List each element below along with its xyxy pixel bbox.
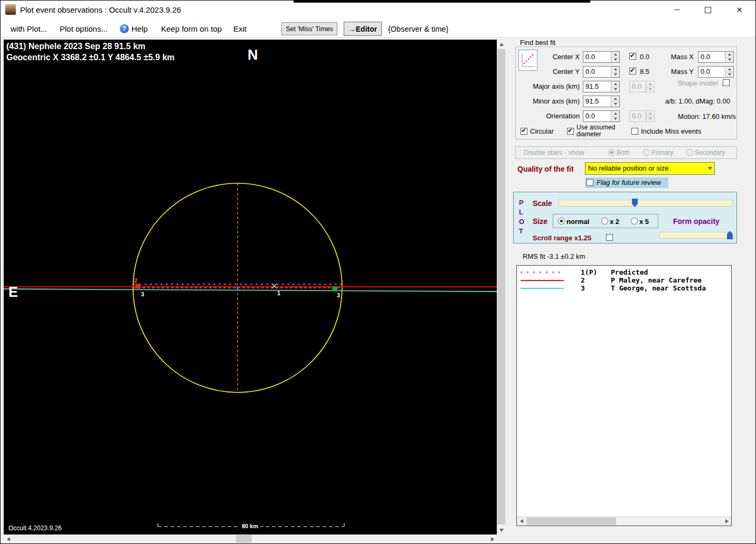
legend-sample-chord2 xyxy=(521,280,564,281)
scale-bar-label: 80 km xyxy=(240,523,260,529)
double-stars-both-radio xyxy=(608,149,615,156)
center-y-label: Center Y xyxy=(549,68,580,76)
legend-row-chord3[interactable]: 3 T George, near Scottsda xyxy=(517,284,731,292)
external-window-edge xyxy=(294,0,590,3)
fit-chart-button[interactable] xyxy=(518,50,537,71)
size-x2-radio[interactable] xyxy=(601,218,608,224)
flag-review-row: Flag for future review xyxy=(585,177,668,188)
double-stars-both-label: Both xyxy=(617,149,630,156)
legend-scroll-left-button[interactable] xyxy=(517,517,526,526)
help-icon[interactable] xyxy=(120,24,129,33)
legend-num: 1(P) xyxy=(581,268,597,276)
chord-1-label: 1 xyxy=(277,290,280,296)
minimize-button[interactable] xyxy=(661,0,693,20)
center-x-spinner[interactable]: 0.0 xyxy=(583,51,620,63)
mass-x-label: Mass X xyxy=(668,53,694,61)
menu-with-plot[interactable]: with Plot... xyxy=(11,24,47,33)
menu-plot-options[interactable]: Plot options... xyxy=(60,24,108,33)
chord-3-left-label: 3 xyxy=(141,291,144,297)
opacity-slider[interactable] xyxy=(659,232,735,239)
close-button[interactable]: ✕ xyxy=(723,0,755,20)
app-icon[interactable] xyxy=(5,4,16,15)
legend-scrollbar[interactable] xyxy=(517,517,731,526)
dropdown-arrow-icon xyxy=(708,167,712,170)
plot-vertical-scrollbar[interactable] xyxy=(497,40,506,534)
size-normal-radio[interactable] xyxy=(558,218,565,224)
size-x5-label: x 5 xyxy=(639,218,649,226)
editor-button[interactable]: →Editor xyxy=(344,22,382,36)
set-miss-times-button[interactable]: Set 'Miss' Times xyxy=(281,22,337,35)
double-stars-primary-radio xyxy=(643,149,650,156)
menu-observer-time[interactable]: {Observer & time} xyxy=(388,25,448,33)
legend-sample-chord3 xyxy=(521,288,564,289)
quality-label: Quality of the fit xyxy=(517,165,574,173)
center-y-fit-checkbox[interactable] xyxy=(629,68,636,74)
size-label: Size xyxy=(533,217,547,226)
circular-checkbox[interactable] xyxy=(521,128,527,135)
size-x5-radio[interactable] xyxy=(631,218,638,224)
mass-x-spinner[interactable]: 0.0 xyxy=(698,51,734,63)
minor-axis-spinner[interactable]: 91.5 xyxy=(583,96,620,107)
use-assumed-diameter-label: Use assumed diameter xyxy=(577,124,615,138)
legend-row-predicted[interactable]: 1(P) Predicted xyxy=(517,268,731,276)
mass-y-label: Mass Y xyxy=(668,68,694,76)
window-title: Plot event observations : Occult v.4.202… xyxy=(20,5,181,14)
plot-version-label: Occult 4.2023.9.26 xyxy=(8,524,62,532)
app-window: Plot event observations : Occult v.4.202… xyxy=(0,0,756,544)
center-x-fit-checkbox[interactable] xyxy=(629,53,636,60)
center-x-fit-value: 0.0 xyxy=(640,53,649,61)
scroll-range-checkbox[interactable] xyxy=(606,234,613,241)
vertical-scroll-thumb[interactable] xyxy=(497,49,505,524)
quality-dropdown[interactable]: No reliable position or size xyxy=(585,162,715,175)
east-label: E xyxy=(8,284,18,301)
plot-title-line2: Geocentric X 3368.2 ±0.1 Y 4864.5 ±5.9 k… xyxy=(6,53,175,62)
size-x2-label: x 2 xyxy=(610,218,619,226)
scroll-left-button[interactable] xyxy=(4,534,13,543)
legend-scroll-thumb[interactable] xyxy=(526,518,616,525)
center-y-fit-value: 8.5 xyxy=(640,68,649,76)
horizontal-scroll-thumb[interactable] xyxy=(236,535,252,543)
orientation-spinner[interactable]: 0.0 xyxy=(583,110,620,122)
center-y-spinner[interactable]: 0.0 xyxy=(583,66,620,78)
chord-3-marker[interactable] xyxy=(332,286,337,292)
chart-icon xyxy=(520,52,536,69)
menu-exit[interactable]: Exit xyxy=(233,24,247,33)
center-point xyxy=(236,286,239,289)
double-stars-primary-label: Primary xyxy=(651,149,673,156)
shape-model-checkbox[interactable] xyxy=(723,79,730,86)
scrollbar-corner xyxy=(497,534,506,543)
title-bar: Plot event observations : Occult v.4.202… xyxy=(0,0,756,20)
scroll-range-label: Scroll range x1.25 xyxy=(533,234,591,242)
legend-list: 1(P) Predicted 2 P Maley, near Carefree … xyxy=(516,265,732,526)
scale-slider[interactable] xyxy=(559,200,733,207)
orientation-fit-spinner: 0.0 xyxy=(629,110,655,122)
menu-keep-on-top[interactable]: Keep form on top xyxy=(161,24,222,33)
legend-name: T George, near Scottsda xyxy=(611,284,706,292)
legend-scroll-right-button[interactable] xyxy=(722,517,731,526)
include-miss-events-checkbox[interactable] xyxy=(631,128,638,135)
mass-y-spinner[interactable]: 0.0 xyxy=(698,66,734,78)
maximize-button[interactable] xyxy=(693,0,723,20)
legend-row-chord2[interactable]: 2 P Maley, near Carefree xyxy=(517,276,731,284)
plot-title-line1: (431) Nephele 2023 Sep 28 91.5 km xyxy=(6,42,145,51)
scale-label: Scale xyxy=(533,199,552,208)
plot-letter-o: O xyxy=(519,218,524,226)
major-axis-spinner[interactable]: 91.5 xyxy=(583,81,620,92)
major-axis-fit-spinner: 0.0 xyxy=(629,81,655,92)
flag-review-checkbox[interactable] xyxy=(587,179,593,186)
plot-area[interactable]: (431) Nephele 2023 Sep 28 91.5 km Geocen… xyxy=(4,40,497,534)
ab-dmag-label: a/b: 1.00, dMag: 0.00 xyxy=(665,97,730,105)
legend-name: Predicted xyxy=(611,268,648,276)
legend-sample-predicted xyxy=(521,271,564,273)
menu-help[interactable]: Help xyxy=(131,24,148,33)
chord-2-marker[interactable] xyxy=(135,284,140,289)
plot-canvas[interactable] xyxy=(4,40,497,534)
shape-model-label: Shape model xyxy=(674,79,718,87)
chord-3-line[interactable] xyxy=(4,289,497,292)
scroll-up-button[interactable] xyxy=(497,40,506,49)
plot-horizontal-scrollbar[interactable] xyxy=(4,534,497,543)
scroll-right-button[interactable] xyxy=(488,534,497,543)
legend-num: 3 xyxy=(581,284,585,292)
scroll-down-button[interactable] xyxy=(497,526,506,534)
use-assumed-diameter-checkbox[interactable] xyxy=(567,128,574,135)
